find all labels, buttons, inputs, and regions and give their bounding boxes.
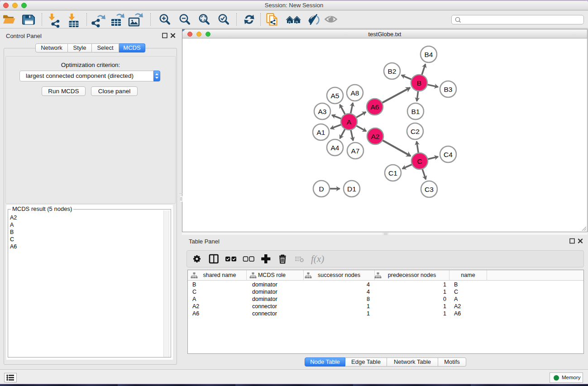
svg-text:A1: A1	[317, 129, 325, 136]
svg-text:f(x): f(x)	[311, 253, 324, 264]
svg-text:A4: A4	[331, 144, 339, 152]
svg-text:B: B	[417, 79, 421, 87]
svg-text:C: C	[417, 157, 422, 165]
svg-text:B4: B4	[425, 51, 433, 58]
svg-text:D: D	[319, 185, 324, 193]
svg-text:A8: A8	[351, 89, 359, 97]
svg-text:C1: C1	[388, 169, 397, 177]
svg-text:A: A	[347, 118, 352, 126]
svg-text:A7: A7	[351, 147, 360, 155]
svg-text:C3: C3	[425, 186, 434, 193]
svg-text:A5: A5	[331, 92, 339, 100]
svg-text:A3: A3	[318, 108, 327, 115]
svg-text:C2: C2	[411, 128, 420, 135]
svg-text:D1: D1	[347, 185, 356, 193]
svg-text:B3: B3	[444, 86, 453, 93]
svg-text:A2: A2	[371, 133, 380, 140]
svg-text:A6: A6	[371, 103, 379, 111]
svg-text:B2: B2	[388, 67, 397, 75]
svg-text:C4: C4	[444, 151, 453, 158]
svg-text:B1: B1	[411, 108, 420, 115]
